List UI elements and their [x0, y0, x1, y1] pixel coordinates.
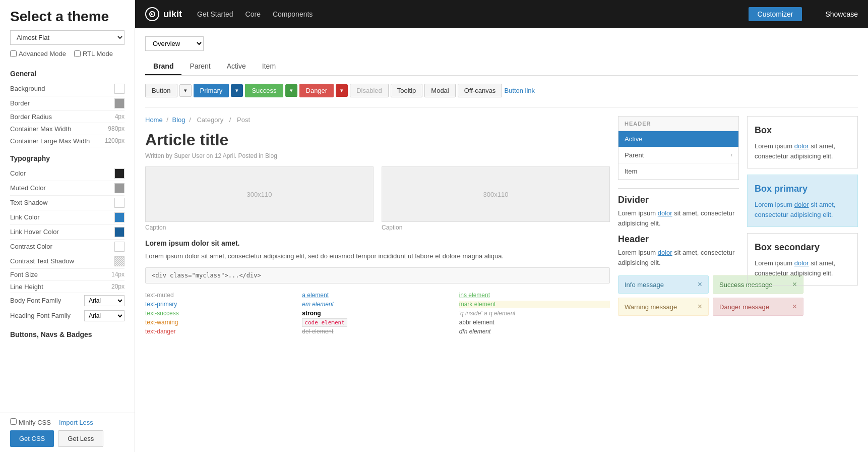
contrast-text-shadow-swatch[interactable] — [114, 256, 125, 266]
tab-parent[interactable]: Parent — [181, 58, 218, 75]
sidebar-scroll-area: General Background Border Border Radius … — [0, 63, 135, 413]
advanced-mode-checkbox[interactable] — [10, 50, 17, 57]
nav-item-item[interactable]: Item — [618, 163, 738, 180]
box-secondary-title: Box secondary — [755, 241, 850, 254]
box-secondary-link[interactable]: dolor — [794, 259, 809, 267]
button-default[interactable]: Button — [145, 84, 177, 97]
background-prop: Background — [10, 82, 125, 96]
lorem-text: Lorem ipsum dolor sit amet, consectetur … — [145, 251, 610, 261]
button-success-arrow[interactable]: ▾ — [285, 84, 297, 97]
background-color-swatch[interactable] — [114, 84, 125, 94]
topnav-links: Get Started Core Components — [197, 10, 733, 18]
image-placeholder-1: 300x110 — [145, 166, 374, 222]
button-primary-arrow[interactable]: ▾ — [231, 84, 243, 97]
button-danger-arrow[interactable]: ▾ — [336, 84, 348, 97]
customizer-button[interactable]: Customizer — [749, 7, 802, 21]
a-element-demo[interactable]: a element — [302, 292, 453, 299]
get-css-button[interactable]: Get CSS — [10, 430, 54, 447]
contrast-text-shadow-prop: Contrast Text Shadow — [10, 254, 125, 269]
button-default-arrow[interactable]: ▾ — [179, 84, 192, 97]
nav-components[interactable]: Components — [273, 10, 313, 18]
buttons-navs-section-title: Buttons, Navs & Badges — [10, 330, 125, 338]
alert-danger-close[interactable]: × — [792, 302, 797, 311]
tab-item[interactable]: Item — [254, 58, 284, 75]
get-less-button[interactable]: Get Less — [58, 430, 103, 447]
button-modal[interactable]: Modal — [424, 84, 455, 97]
button-success[interactable]: Success — [245, 84, 283, 97]
breadcrumb-home[interactable]: Home — [145, 116, 163, 124]
alert-warning-close[interactable]: × — [698, 302, 702, 311]
ins-element-demo: ins element — [459, 292, 610, 299]
del-element-demo: del element — [302, 328, 453, 335]
button-offcanvas[interactable]: Off-canvas — [458, 84, 503, 97]
box-primary-link[interactable]: dolor — [794, 201, 809, 208]
link-color-swatch[interactable] — [114, 212, 125, 222]
buttons-showcase-row: Button ▾ Primary ▾ Success ▾ Danger ▾ Di… — [145, 84, 858, 97]
button-primary[interactable]: Primary — [194, 84, 229, 97]
box-primary-title: Box primary — [755, 182, 850, 196]
import-less-link[interactable]: Import Less — [59, 419, 93, 426]
nav-core[interactable]: Core — [245, 10, 261, 18]
abbr-element-demo: abbr element — [459, 319, 610, 326]
alert-info-close[interactable]: × — [698, 280, 702, 289]
footer-checkboxes: Minify CSS Import Less — [10, 418, 125, 426]
button-link[interactable]: Button link — [504, 87, 535, 94]
container-large-max-width-prop: Container Large Max Width 1200px — [10, 135, 125, 147]
nav-item-parent[interactable]: Parent ‹ — [618, 147, 738, 163]
minify-css-checkbox[interactable] — [10, 418, 17, 425]
image-caption-1: Caption — [145, 224, 374, 231]
header-section-title: Header — [618, 234, 739, 245]
rtl-mode-label[interactable]: RTL Mode — [74, 50, 113, 58]
content-area: Overview Components Grid Brand Parent Ac… — [135, 28, 868, 452]
main-tabs: Brand Parent Active Item — [145, 58, 858, 76]
article-title: Article title — [145, 131, 610, 149]
heading-font-family-row: Heading Font Family Arial Helvetica Geor… — [10, 308, 125, 323]
divider-title: Divider — [618, 195, 739, 205]
text-shadow-prop: Text Shadow — [10, 196, 125, 210]
link-hover-color-prop: Link Hover Color — [10, 225, 125, 240]
color-swatch[interactable] — [114, 168, 125, 179]
tab-active[interactable]: Active — [219, 58, 254, 75]
image-caption-2: Caption — [382, 224, 610, 231]
divider-line — [618, 188, 739, 189]
nav-get-started[interactable]: Get Started — [197, 10, 233, 18]
top-navigation: uikit Get Started Core Components Custom… — [135, 0, 868, 28]
contrast-color-swatch[interactable] — [114, 242, 125, 252]
divider-link[interactable]: dolor — [658, 209, 672, 217]
button-danger[interactable]: Danger — [299, 84, 334, 97]
muted-color-swatch[interactable] — [114, 183, 125, 193]
heading-font-select[interactable]: Arial Helvetica Georgia — [84, 310, 125, 321]
alert-success-close[interactable]: × — [792, 280, 797, 289]
border-color-swatch[interactable] — [114, 98, 125, 108]
minify-css-label[interactable]: Minify CSS — [10, 418, 51, 426]
overview-select[interactable]: Overview Components Grid — [145, 36, 204, 51]
advanced-mode-label[interactable]: Advanced Mode — [10, 50, 66, 58]
nav-item-active[interactable]: Active — [618, 131, 738, 147]
header-section-link[interactable]: dolor — [658, 249, 672, 256]
tab-brand[interactable]: Brand — [145, 58, 181, 75]
text-primary-label: text-primary — [145, 301, 296, 308]
alert-info: Info message × — [618, 275, 709, 294]
article-images: 300x110 Caption 300x110 Caption — [145, 166, 610, 231]
box-default-link[interactable]: dolor — [794, 142, 809, 150]
main-area: uikit Get Started Core Components Custom… — [135, 0, 868, 452]
general-section-title: General — [10, 70, 125, 78]
font-size-prop: Font Size 14px — [10, 269, 125, 281]
strong-element-demo: strong — [302, 310, 453, 317]
text-shadow-swatch[interactable] — [114, 198, 125, 208]
contrast-color-prop: Contrast Color — [10, 240, 125, 254]
boxes-col: Box Lorem ipsum dolor sit amet, consecte… — [747, 116, 858, 335]
theme-select[interactable]: Almost Flat Default Gradient — [10, 30, 125, 45]
sidebar-mode-checkboxes: Advanced Mode RTL Mode — [0, 50, 135, 63]
body-font-select[interactable]: Arial Helvetica Georgia — [84, 295, 125, 306]
code-element-demo: code element — [302, 319, 453, 326]
nav-showcase[interactable]: Showcase — [825, 10, 858, 18]
rtl-mode-checkbox[interactable] — [74, 50, 81, 57]
button-tooltip[interactable]: Tooltip — [391, 84, 423, 97]
theme-select-wrapper[interactable]: Almost Flat Default Gradient — [10, 30, 125, 45]
text-success-label: text-success — [145, 310, 296, 317]
alerts-row: Info message × Success message × Warning… — [618, 275, 739, 316]
em-element-demo: em element — [302, 301, 453, 308]
link-hover-color-swatch[interactable] — [114, 227, 125, 237]
breadcrumb-blog[interactable]: Blog — [172, 116, 185, 124]
